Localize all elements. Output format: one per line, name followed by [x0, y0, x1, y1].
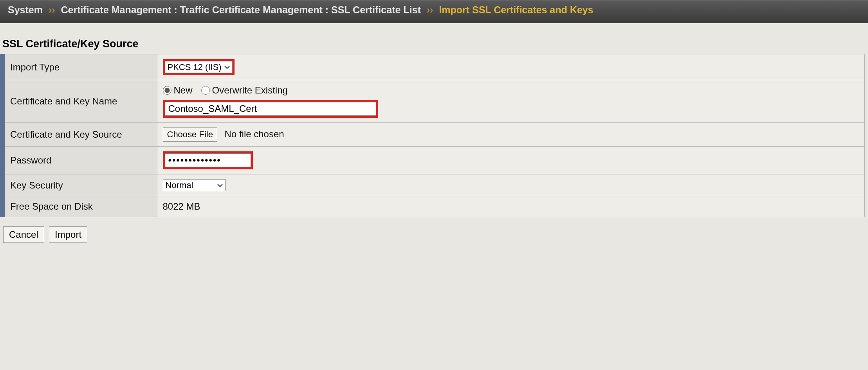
breadcrumb: System ›› Certificate Management : Traff…	[0, 0, 868, 23]
highlight-password	[163, 151, 253, 169]
ssl-cert-form-table: Import Type PKCS 12 (IIS) Certificate an…	[0, 54, 865, 217]
label-password: Password	[2, 147, 157, 174]
import-type-select[interactable]: PKCS 12 (IIS)	[165, 61, 233, 73]
label-free-space: Free Space on Disk	[2, 196, 157, 217]
breadcrumb-separator: ››	[427, 4, 433, 15]
radio-overwrite[interactable]	[201, 86, 210, 95]
radio-overwrite-label: Overwrite Existing	[212, 85, 288, 96]
password-input[interactable]	[165, 153, 251, 167]
row-cert-key-source: Certificate and Key Source Choose File N…	[2, 123, 865, 147]
import-button[interactable]: Import	[49, 226, 87, 243]
row-key-security: Key Security Normal	[2, 174, 865, 196]
breadcrumb-path[interactable]: Certificate Management : Traffic Certifi…	[61, 4, 421, 15]
choose-file-button[interactable]: Choose File	[163, 128, 217, 142]
label-import-type: Import Type	[2, 54, 157, 80]
breadcrumb-root[interactable]: System	[8, 4, 43, 15]
breadcrumb-separator: ››	[49, 4, 55, 15]
bottom-button-bar: Cancel Import	[0, 225, 868, 244]
radio-new-label: New	[174, 85, 193, 96]
no-file-chosen-text: No file chosen	[225, 129, 284, 139]
radio-new[interactable]	[163, 86, 171, 95]
row-cert-key-name: Certificate and Key Name New Overwrite E…	[2, 80, 865, 123]
breadcrumb-current: Import SSL Certificates and Keys	[439, 4, 593, 15]
section-title: SSL Certificate/Key Source	[0, 23, 868, 54]
row-password: Password	[2, 147, 865, 174]
highlight-import-type: PKCS 12 (IIS)	[163, 59, 235, 75]
free-space-value: 8022 MB	[157, 196, 865, 217]
row-free-space: Free Space on Disk 8022 MB	[2, 196, 865, 217]
cancel-button[interactable]: Cancel	[3, 226, 44, 243]
label-cert-key-name: Certificate and Key Name	[2, 80, 157, 123]
label-key-security: Key Security	[2, 174, 157, 196]
cert-key-name-input[interactable]	[165, 102, 376, 116]
label-cert-key-source: Certificate and Key Source	[2, 123, 157, 147]
row-import-type: Import Type PKCS 12 (IIS)	[2, 54, 865, 80]
key-security-select[interactable]: Normal	[163, 179, 226, 191]
highlight-cert-name	[163, 100, 378, 118]
